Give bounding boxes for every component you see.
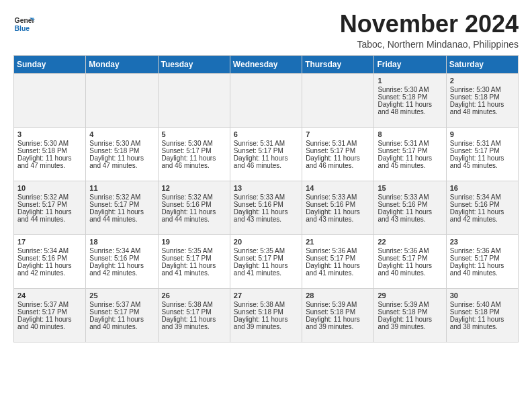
day-info: Daylight: 11 hours and 40 minutes. (89, 316, 154, 330)
day-number: 4 (89, 130, 154, 138)
calendar-cell: 19Sunrise: 5:35 AMSunset: 5:17 PMDayligh… (158, 234, 230, 288)
month-title: November 2024 (340, 11, 519, 38)
day-number: 22 (378, 238, 442, 246)
day-info: Sunrise: 5:36 AM (306, 247, 370, 255)
day-info: Sunrise: 5:38 AM (234, 301, 298, 308)
day-number: 9 (450, 130, 515, 138)
day-info: Sunset: 5:18 PM (17, 147, 82, 154)
calendar-cell (86, 73, 158, 127)
day-info: Sunset: 5:18 PM (378, 308, 442, 316)
calendar-cell: 24Sunrise: 5:37 AMSunset: 5:17 PMDayligh… (14, 288, 86, 342)
day-info: Sunset: 5:16 PM (89, 255, 154, 262)
calendar-cell: 2Sunrise: 5:30 AMSunset: 5:18 PMDaylight… (446, 73, 518, 127)
day-info: Sunrise: 5:31 AM (306, 140, 370, 147)
day-number: 15 (378, 184, 442, 192)
calendar-cell: 4Sunrise: 5:30 AMSunset: 5:18 PMDaylight… (86, 127, 158, 181)
calendar-cell (302, 73, 374, 127)
calendar-cell: 15Sunrise: 5:33 AMSunset: 5:16 PMDayligh… (374, 181, 446, 234)
day-number: 2 (450, 77, 515, 85)
day-info: Daylight: 11 hours and 46 minutes. (234, 154, 298, 169)
calendar-cell (230, 73, 302, 127)
day-number: 29 (378, 291, 442, 300)
calendar-cell: 18Sunrise: 5:34 AMSunset: 5:16 PMDayligh… (86, 234, 158, 288)
calendar-cell: 7Sunrise: 5:31 AMSunset: 5:17 PMDaylight… (302, 127, 374, 181)
location: Taboc, Northern Mindanao, Philippines (340, 39, 519, 50)
day-info: Daylight: 11 hours and 42 minutes. (89, 262, 154, 277)
calendar-cell: 17Sunrise: 5:34 AMSunset: 5:16 PMDayligh… (14, 234, 86, 288)
week-row-1: 3Sunrise: 5:30 AMSunset: 5:18 PMDaylight… (14, 127, 519, 181)
calendar-cell (14, 73, 86, 127)
day-info: Sunset: 5:17 PM (162, 308, 226, 316)
calendar-cell: 5Sunrise: 5:30 AMSunset: 5:17 PMDaylight… (158, 127, 230, 181)
logo: General Blue (13, 13, 35, 35)
calendar-cell: 11Sunrise: 5:32 AMSunset: 5:17 PMDayligh… (86, 181, 158, 234)
day-info: Sunset: 5:17 PM (162, 147, 226, 154)
day-info: Daylight: 11 hours and 44 minutes. (89, 208, 154, 223)
day-info: Sunset: 5:16 PM (378, 201, 442, 208)
calendar-cell: 29Sunrise: 5:39 AMSunset: 5:18 PMDayligh… (374, 288, 446, 342)
day-info: Sunset: 5:17 PM (450, 255, 515, 262)
day-info: Sunrise: 5:34 AM (17, 247, 82, 255)
day-number: 25 (89, 291, 154, 300)
day-number: 11 (89, 184, 154, 192)
day-info: Sunrise: 5:30 AM (17, 140, 82, 147)
calendar-cell: 26Sunrise: 5:38 AMSunset: 5:17 PMDayligh… (158, 288, 230, 342)
calendar-cell: 10Sunrise: 5:32 AMSunset: 5:17 PMDayligh… (14, 181, 86, 234)
day-number: 18 (89, 238, 154, 246)
week-row-3: 17Sunrise: 5:34 AMSunset: 5:16 PMDayligh… (14, 234, 519, 288)
svg-text:Blue: Blue (15, 25, 30, 32)
weekday-tuesday: Tuesday (158, 55, 230, 73)
day-info: Sunrise: 5:30 AM (89, 140, 154, 147)
day-info: Daylight: 11 hours and 44 minutes. (17, 208, 82, 223)
calendar-cell: 23Sunrise: 5:36 AMSunset: 5:17 PMDayligh… (446, 234, 518, 288)
day-info: Sunrise: 5:32 AM (17, 193, 82, 201)
calendar-cell: 6Sunrise: 5:31 AMSunset: 5:17 PMDaylight… (230, 127, 302, 181)
calendar-cell: 1Sunrise: 5:30 AMSunset: 5:18 PMDaylight… (374, 73, 446, 127)
day-info: Sunset: 5:17 PM (234, 147, 298, 154)
day-info: Daylight: 11 hours and 44 minutes. (162, 208, 226, 223)
week-row-4: 24Sunrise: 5:37 AMSunset: 5:17 PMDayligh… (14, 288, 519, 342)
day-info: Daylight: 11 hours and 40 minutes. (450, 262, 515, 277)
calendar-cell: 14Sunrise: 5:33 AMSunset: 5:16 PMDayligh… (302, 181, 374, 234)
day-number: 21 (306, 238, 370, 246)
day-info: Daylight: 11 hours and 46 minutes. (162, 154, 226, 169)
calendar-cell: 20Sunrise: 5:35 AMSunset: 5:17 PMDayligh… (230, 234, 302, 288)
day-info: Sunset: 5:16 PM (234, 201, 298, 208)
day-number: 7 (306, 130, 370, 138)
day-info: Daylight: 11 hours and 41 minutes. (234, 262, 298, 277)
calendar-cell: 16Sunrise: 5:34 AMSunset: 5:16 PMDayligh… (446, 181, 518, 234)
day-info: Sunrise: 5:33 AM (306, 193, 370, 201)
day-info: Sunset: 5:17 PM (17, 308, 82, 316)
title-block: November 2024 Taboc, Northern Mindanao, … (340, 11, 519, 50)
day-info: Sunrise: 5:39 AM (378, 301, 442, 308)
day-number: 17 (17, 238, 82, 246)
day-number: 27 (234, 291, 298, 300)
day-info: Sunset: 5:17 PM (234, 255, 298, 262)
week-row-0: 1Sunrise: 5:30 AMSunset: 5:18 PMDaylight… (14, 73, 519, 127)
day-number: 3 (17, 130, 82, 138)
calendar-cell: 27Sunrise: 5:38 AMSunset: 5:18 PMDayligh… (230, 288, 302, 342)
weekday-friday: Friday (374, 55, 446, 73)
week-row-2: 10Sunrise: 5:32 AMSunset: 5:17 PMDayligh… (14, 181, 519, 234)
calendar-cell: 21Sunrise: 5:36 AMSunset: 5:17 PMDayligh… (302, 234, 374, 288)
day-info: Sunset: 5:18 PM (306, 308, 370, 316)
logo-icon: General Blue (13, 13, 35, 35)
day-info: Sunrise: 5:40 AM (450, 301, 515, 308)
weekday-saturday: Saturday (446, 55, 518, 73)
day-info: Sunset: 5:18 PM (450, 93, 515, 101)
page-header: General Blue November 2024 Taboc, Northe… (13, 11, 519, 50)
day-info: Sunrise: 5:30 AM (162, 140, 226, 147)
calendar-cell: 30Sunrise: 5:40 AMSunset: 5:18 PMDayligh… (446, 288, 518, 342)
day-number: 20 (234, 238, 298, 246)
day-info: Sunset: 5:17 PM (306, 147, 370, 154)
day-info: Daylight: 11 hours and 42 minutes. (17, 262, 82, 277)
day-info: Sunrise: 5:33 AM (234, 193, 298, 201)
day-info: Sunset: 5:18 PM (89, 147, 154, 154)
day-info: Daylight: 11 hours and 38 minutes. (450, 316, 515, 330)
day-info: Daylight: 11 hours and 42 minutes. (450, 208, 515, 223)
weekday-monday: Monday (86, 55, 158, 73)
day-info: Daylight: 11 hours and 41 minutes. (306, 262, 370, 277)
weekday-header-row: SundayMondayTuesdayWednesdayThursdayFrid… (14, 55, 519, 73)
day-info: Sunrise: 5:30 AM (378, 86, 442, 93)
day-info: Sunrise: 5:39 AM (306, 301, 370, 308)
